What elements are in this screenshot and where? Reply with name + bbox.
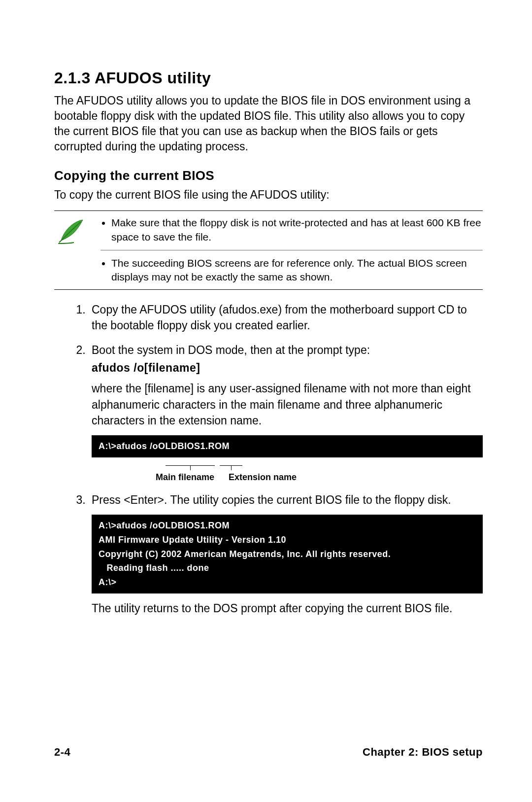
step-2-text: Boot the system in DOS mode, then at the… (92, 344, 370, 356)
footer-page-number: 2-4 (54, 746, 70, 759)
step-3-after: The utility returns to the DOS prompt af… (92, 600, 483, 616)
step-2-command: afudos /o[filename] (92, 360, 483, 376)
steps-list: Copy the AFUDOS utility (afudos.exe) fro… (54, 302, 483, 616)
note-box: Make sure that the floppy disk is not wr… (54, 210, 483, 289)
note-item-2: The succeeding BIOS screens are for refe… (111, 256, 483, 284)
note-item-1: Make sure that the floppy disk is not wr… (111, 216, 483, 244)
subsection-heading: Copying the current BIOS (54, 168, 483, 183)
note-content: Make sure that the floppy disk is not wr… (100, 216, 483, 284)
terminal2-line1: A:\>afudos /oOLDBIOS1.ROM (99, 521, 230, 530)
label-extension-name: Extension name (229, 471, 297, 484)
step-2: Boot the system in DOS mode, then at the… (89, 342, 483, 483)
terminal-block-2: A:\>afudos /oOLDBIOS1.ROM AMI Firmware U… (92, 515, 483, 593)
terminal2-line3: Copyright (C) 2002 American Megatrends, … (99, 549, 391, 559)
step-1: Copy the AFUDOS utility (afudos.exe) fro… (89, 302, 483, 333)
document-page: 2.1.3 AFUDOS utility The AFUDOS utility … (0, 0, 532, 802)
page-footer: 2-4 Chapter 2: BIOS setup (54, 746, 483, 759)
terminal-block-1: A:\>afudos /oOLDBIOS1.ROM (92, 435, 483, 457)
quill-note-icon (54, 216, 89, 245)
label-main-filename: Main filename (156, 471, 214, 484)
section-intro-paragraph: The AFUDOS utility allows you to update … (54, 93, 483, 154)
note-separator (100, 250, 483, 250)
filename-bracket-labels: Main filename Extension name (92, 460, 483, 483)
step-3-text: Press <Enter>. The utility copies the cu… (92, 493, 451, 506)
step-2-description: where the [filename] is any user-assigne… (92, 381, 483, 428)
terminal2-line4: Reading flash ..... done (99, 563, 209, 573)
terminal2-line5: A:\> (99, 577, 117, 587)
subsection-lead: To copy the current BIOS file using the … (54, 187, 483, 203)
section-heading: 2.1.3 AFUDOS utility (54, 69, 483, 87)
step-1-text: Copy the AFUDOS utility (afudos.exe) fro… (92, 303, 467, 332)
terminal1-line: A:\>afudos /oOLDBIOS1.ROM (99, 441, 230, 451)
terminal2-line2: AMI Firmware Update Utility - Version 1.… (99, 535, 286, 545)
footer-chapter: Chapter 2: BIOS setup (363, 746, 483, 759)
step-3: Press <Enter>. The utility copies the cu… (89, 492, 483, 616)
